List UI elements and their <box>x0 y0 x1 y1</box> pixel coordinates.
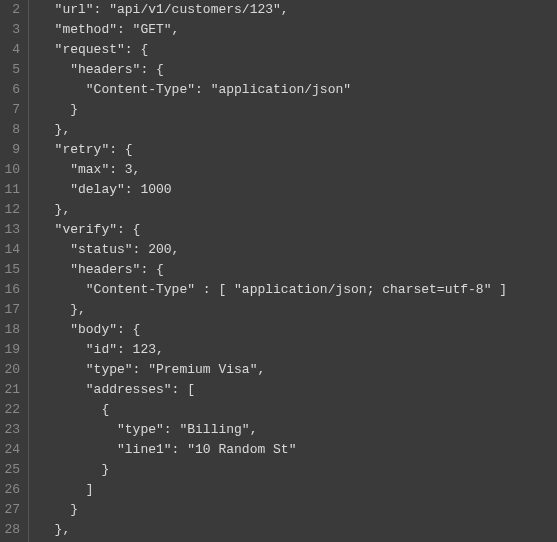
code-line[interactable]: "addresses": [ <box>39 380 507 400</box>
code-line[interactable]: }, <box>39 520 507 540</box>
line-number: 6 <box>4 80 20 100</box>
code-line[interactable]: "headers": { <box>39 60 507 80</box>
code-line[interactable]: }, <box>39 300 507 320</box>
line-number: 2 <box>4 0 20 20</box>
line-number: 28 <box>4 520 20 540</box>
line-number: 12 <box>4 200 20 220</box>
line-number: 25 <box>4 460 20 480</box>
line-number: 15 <box>4 260 20 280</box>
line-number: 9 <box>4 140 20 160</box>
line-number: 16 <box>4 280 20 300</box>
line-number: 23 <box>4 420 20 440</box>
code-area[interactable]: "url": "api/v1/customers/123", "method":… <box>29 0 507 542</box>
line-number: 10 <box>4 160 20 180</box>
line-number: 4 <box>4 40 20 60</box>
line-number: 8 <box>4 120 20 140</box>
code-line[interactable]: "id": 123, <box>39 340 507 360</box>
line-number: 7 <box>4 100 20 120</box>
code-line[interactable]: } <box>39 100 507 120</box>
code-line[interactable]: "Content-Type": "application/json" <box>39 80 507 100</box>
line-number: 27 <box>4 500 20 520</box>
code-line[interactable]: ] <box>39 480 507 500</box>
code-line[interactable]: "type": "Premium Visa", <box>39 360 507 380</box>
code-line[interactable]: "max": 3, <box>39 160 507 180</box>
line-number: 11 <box>4 180 20 200</box>
code-line[interactable]: "method": "GET", <box>39 20 507 40</box>
line-number: 22 <box>4 400 20 420</box>
line-number: 13 <box>4 220 20 240</box>
code-line[interactable]: "headers": { <box>39 260 507 280</box>
code-line[interactable]: }, <box>39 120 507 140</box>
code-line[interactable]: "body": { <box>39 320 507 340</box>
code-line[interactable]: } <box>39 500 507 520</box>
line-number: 14 <box>4 240 20 260</box>
line-number: 3 <box>4 20 20 40</box>
code-line[interactable]: } <box>39 460 507 480</box>
code-line[interactable]: "retry": { <box>39 140 507 160</box>
line-number: 24 <box>4 440 20 460</box>
line-number: 18 <box>4 320 20 340</box>
line-number: 17 <box>4 300 20 320</box>
code-line[interactable]: "url": "api/v1/customers/123", <box>39 0 507 20</box>
line-number: 19 <box>4 340 20 360</box>
line-number-gutter: 2345678910111213141516171819202122232425… <box>0 0 28 542</box>
line-number: 20 <box>4 360 20 380</box>
code-line[interactable]: "request": { <box>39 40 507 60</box>
code-editor[interactable]: 2345678910111213141516171819202122232425… <box>0 0 557 542</box>
code-line[interactable]: "line1": "10 Random St" <box>39 440 507 460</box>
code-line[interactable]: "delay": 1000 <box>39 180 507 200</box>
code-line[interactable]: "type": "Billing", <box>39 420 507 440</box>
line-number: 21 <box>4 380 20 400</box>
code-line[interactable]: "status": 200, <box>39 240 507 260</box>
code-line[interactable]: }, <box>39 200 507 220</box>
code-line[interactable]: { <box>39 400 507 420</box>
line-number: 26 <box>4 480 20 500</box>
line-number: 5 <box>4 60 20 80</box>
code-line[interactable]: "Content-Type" : [ "application/json; ch… <box>39 280 507 300</box>
code-line[interactable]: "verify": { <box>39 220 507 240</box>
